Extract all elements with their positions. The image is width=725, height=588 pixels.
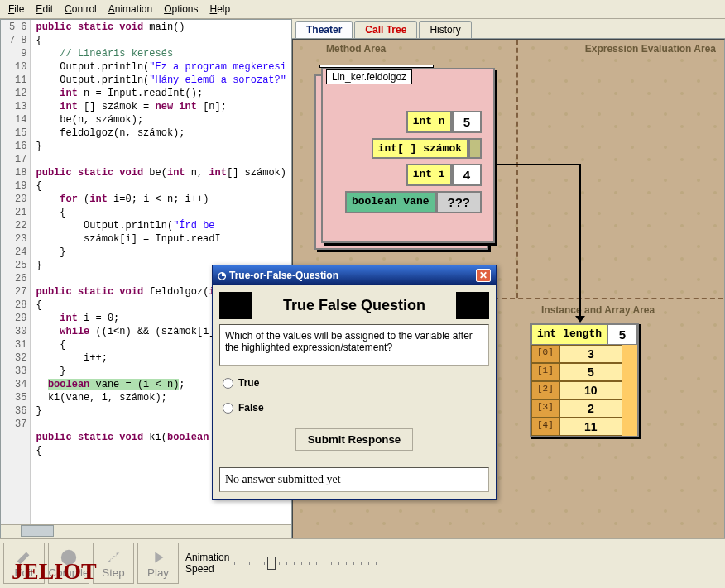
- submit-button[interactable]: Submit Response: [295, 428, 414, 451]
- var-vane: boolean vane ???: [334, 191, 482, 213]
- var-szamok-ref: [468, 138, 482, 159]
- tab-history[interactable]: History: [419, 21, 471, 38]
- tf-dialog: ◔True-or-False-Question ✕ True False Que…: [212, 265, 497, 500]
- expr-area-label: Expression Evaluation Area: [585, 43, 716, 55]
- array-length-label: int length: [531, 324, 607, 345]
- menu-file[interactable]: File: [3, 2, 29, 17]
- var-i: int i 4: [334, 164, 482, 186]
- menu-edit[interactable]: Edit: [31, 2, 58, 17]
- arrow-down-icon: [575, 316, 585, 323]
- var-szamok: int[ ] számok: [334, 138, 482, 159]
- speed-label2: Speed: [185, 563, 229, 575]
- array-box: int length 5 [0]3 [1]5 [2]10 [3]2 [4]11: [530, 323, 639, 437]
- array-length-row: int length 5: [531, 324, 637, 345]
- menubar: File Edit Control Animation Options Help: [0, 0, 725, 19]
- speed-control: Animation Speed: [185, 552, 383, 575]
- horizontal-scrollbar[interactable]: [1, 524, 291, 538]
- dialog-titlebar[interactable]: ◔True-or-False-Question ✕: [213, 265, 496, 285]
- var-vane-label: boolean vane: [345, 191, 436, 213]
- line-gutter: 5 6 7 8 9 10 11 12 13 14 15 16 17 18 19 …: [1, 20, 31, 524]
- radio-true-input[interactable]: [223, 378, 233, 389]
- dialog-title: True-or-False-Question: [229, 270, 338, 281]
- array-idx: [4]: [531, 418, 559, 436]
- menu-control[interactable]: Control: [60, 2, 102, 17]
- array-cell: 10: [559, 381, 622, 399]
- radio-true-label: True: [238, 377, 259, 389]
- method-area-label: Method Area: [326, 43, 386, 55]
- play-button[interactable]: Play: [137, 543, 179, 584]
- array-row-3: [3]2: [531, 399, 637, 418]
- array-cell: 5: [559, 363, 622, 381]
- method-frame: int n 5 int[ ] számok int i 4 boolean va…: [321, 68, 495, 243]
- dialog-icon: ◔: [218, 270, 226, 281]
- var-n-label: int n: [406, 111, 452, 133]
- array-row-4: [4]11: [531, 418, 637, 436]
- toolbar: Edit Compile Step Play Animation Speed: [0, 538, 725, 587]
- divider-v: [516, 40, 518, 298]
- radio-true[interactable]: True: [219, 370, 489, 395]
- jeliot-logo: JELIOT: [5, 558, 103, 585]
- var-szamok-label: int[ ] számok: [372, 138, 468, 159]
- array-idx: [2]: [531, 381, 559, 399]
- array-row-2: [2]10: [531, 381, 637, 399]
- speed-slider[interactable]: [234, 555, 383, 571]
- tab-strip: Theater Call Tree History: [292, 19, 725, 39]
- dialog-heading: True False Question: [219, 292, 489, 319]
- tab-calltree[interactable]: Call Tree: [354, 21, 417, 38]
- dialog-status: No answer submitted yet: [219, 467, 489, 492]
- wire-v1: [579, 164, 581, 318]
- dialog-body: True False Question Which of the values …: [213, 285, 496, 499]
- array-idx: [3]: [531, 399, 559, 418]
- wire-h1: [495, 164, 581, 165]
- var-n: int n 5: [334, 111, 482, 133]
- slider-thumb[interactable]: [267, 557, 276, 570]
- menu-animation[interactable]: Animation: [103, 2, 157, 17]
- play-icon: [149, 548, 167, 566]
- array-idx: [1]: [531, 363, 559, 381]
- array-cell: 2: [559, 399, 622, 418]
- step-button-label: Step: [102, 566, 124, 579]
- var-i-label: int i: [406, 164, 452, 186]
- menu-help[interactable]: Help: [205, 2, 236, 17]
- array-cell: 11: [559, 418, 622, 436]
- var-i-value: 4: [452, 164, 482, 186]
- array-idx: [0]: [531, 345, 559, 363]
- tab-theater[interactable]: Theater: [295, 21, 353, 38]
- step-icon: [104, 548, 122, 566]
- play-button-label: Play: [147, 566, 169, 579]
- var-n-value: 5: [452, 111, 482, 133]
- radio-false[interactable]: False: [219, 395, 489, 420]
- array-length-value: 5: [607, 324, 637, 345]
- instance-area-label: Instance and Array Area: [541, 304, 655, 316]
- frame-title: Lin_ker.feldolgoz: [326, 69, 412, 84]
- menu-options[interactable]: Options: [159, 2, 203, 17]
- array-row-1: [1]5: [531, 363, 637, 381]
- array-cell: 3: [559, 345, 622, 363]
- array-row-0: [0]3: [531, 345, 637, 363]
- frame-title-bg: [319, 65, 434, 68]
- radio-false-label: False: [238, 402, 264, 414]
- radio-false-input[interactable]: [223, 403, 233, 414]
- dialog-question: Which of the values will be assigned to …: [219, 324, 489, 366]
- speed-label: Animation: [185, 552, 229, 563]
- var-vane-value: ???: [436, 191, 483, 213]
- close-icon[interactable]: ✕: [476, 269, 491, 282]
- scrollbar-thumb[interactable]: [21, 525, 54, 537]
